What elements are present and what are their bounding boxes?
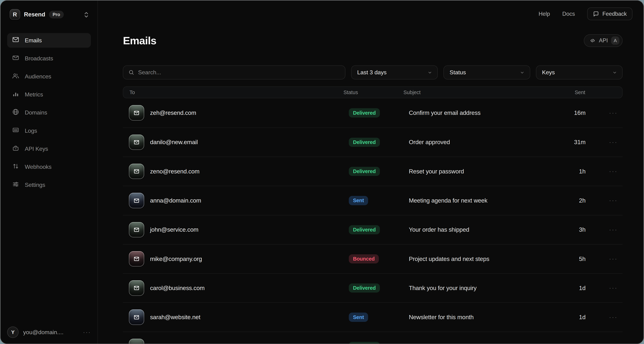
email-subject: Confirm your email address <box>409 110 561 116</box>
api-button[interactable]: API A <box>584 34 622 47</box>
email-subject: Project updates and next steps <box>409 256 561 262</box>
recipient-email: mike@company.org <box>150 256 202 262</box>
logs-icon <box>12 126 19 135</box>
sidebar-item-webhooks[interactable]: Webhooks <box>7 160 91 174</box>
sidebar-item-label: Domains <box>25 109 47 116</box>
api-button-label: API <box>599 37 608 44</box>
page-title: Emails <box>123 34 156 47</box>
row-menu-ellipsis-icon[interactable]: ··· <box>586 314 622 321</box>
email-subject: Newsletter for this month <box>409 314 561 320</box>
mail-icon <box>129 309 144 325</box>
sent-time: 1d <box>561 314 586 320</box>
keys-dropdown[interactable]: Keys <box>536 65 622 79</box>
help-link[interactable]: Help <box>539 11 550 17</box>
table-row[interactable]: mike@company.org Bounced Project updates… <box>123 244 622 273</box>
email-subject: Order approved <box>409 139 561 146</box>
code-icon <box>590 38 596 44</box>
recipient-email: anna@domain.com <box>150 197 201 204</box>
chevron-down-icon <box>520 70 525 75</box>
chat-bubble-icon <box>593 11 599 17</box>
workspace-switcher-icon[interactable] <box>83 11 90 19</box>
app-window: R Resend Pro Emails Broadcasts Audiences <box>0 0 644 344</box>
avatar: Y <box>7 326 18 338</box>
bar-chart-icon <box>12 90 19 99</box>
sidebar: R Resend Pro Emails Broadcasts Audiences <box>0 0 98 344</box>
email-subject: Meeting agenda for next week <box>409 197 561 204</box>
table-row[interactable]: anna@domain.com Sent Meeting agenda for … <box>123 186 622 215</box>
people-icon <box>12 72 19 81</box>
sidebar-item-logs[interactable]: Logs <box>7 124 91 138</box>
email-subject: Reset your password <box>409 168 561 175</box>
mail-icon <box>129 193 144 208</box>
sidebar-item-broadcasts[interactable]: Broadcasts <box>7 51 91 66</box>
sidebar-item-label: Metrics <box>25 91 43 98</box>
chevron-down-icon <box>612 70 618 75</box>
status-badge: Delivered <box>349 108 380 117</box>
workspace-name: Resend <box>24 11 45 18</box>
table-row[interactable]: carol@business.com Delivered Thank you f… <box>123 273 622 302</box>
sent-time: 1h <box>561 168 586 175</box>
row-menu-ellipsis-icon[interactable]: ··· <box>586 139 622 146</box>
keyboard-shortcut-badge: A <box>611 36 619 45</box>
status-badge: Delivered <box>349 167 380 176</box>
sidebar-item-label: Logs <box>25 128 37 134</box>
status-badge: Sent <box>349 312 368 322</box>
sidebar-item-metrics[interactable]: Metrics <box>7 87 91 102</box>
table-row[interactable]: sarah@website.net Sent Newsletter for th… <box>123 302 622 332</box>
table-row[interactable]: john@service.com Delivered Your order ha… <box>123 215 622 244</box>
broadcast-inbox-icon <box>12 54 19 63</box>
envelope-icon <box>12 36 19 45</box>
sidebar-item-label: API Keys <box>25 146 48 152</box>
docs-link[interactable]: Docs <box>562 11 575 17</box>
feedback-button[interactable]: Feedback <box>587 8 632 20</box>
email-subject: Thank you for your inquiry <box>409 285 561 292</box>
sidebar-item-settings[interactable]: Settings <box>7 178 91 192</box>
emails-table: To Status Subject Sent zeh@resend.com De… <box>123 86 622 344</box>
column-header-status: Status <box>344 90 404 96</box>
sliders-icon <box>12 180 19 189</box>
date-range-dropdown[interactable]: Last 3 days <box>351 65 438 79</box>
sidebar-nav: Emails Broadcasts Audiences Metrics Doma… <box>7 33 91 192</box>
row-menu-ellipsis-icon[interactable]: ··· <box>586 284 622 292</box>
row-menu-ellipsis-icon[interactable]: ··· <box>586 197 622 204</box>
sidebar-item-domains[interactable]: Domains <box>7 105 91 120</box>
row-menu-ellipsis-icon[interactable]: ··· <box>586 110 622 116</box>
page-header: Emails API A <box>123 34 622 47</box>
status-badge: Sent <box>349 196 368 205</box>
sent-time: 16m <box>561 110 586 116</box>
search-icon <box>128 69 134 76</box>
table-row-partial[interactable]: Delivered <box>123 332 622 344</box>
row-menu-ellipsis-icon[interactable]: ··· <box>586 168 622 175</box>
row-menu-ellipsis-icon[interactable]: ··· <box>586 256 622 262</box>
row-menu-ellipsis-icon[interactable]: ··· <box>586 226 622 233</box>
recipient-email: danilo@new.email <box>150 139 198 146</box>
status-dropdown[interactable]: Status <box>444 65 530 79</box>
user-menu[interactable]: Y you@domain.... ··· <box>7 326 91 338</box>
sent-time: 31m <box>561 139 586 146</box>
user-menu-ellipsis-icon[interactable]: ··· <box>83 330 91 334</box>
search-box <box>123 65 345 79</box>
sidebar-item-label: Emails <box>25 37 42 44</box>
filters-bar: Last 3 days Status Keys <box>123 65 622 79</box>
search-input[interactable] <box>138 69 340 76</box>
table-header: To Status Subject Sent <box>123 86 622 98</box>
avatar-initial: Y <box>11 329 14 335</box>
recipient-email: zeno@resend.com <box>150 168 200 175</box>
status-badge: Delivered <box>349 138 380 147</box>
globe-icon <box>12 108 19 117</box>
table-row[interactable]: zeh@resend.com Delivered Confirm your em… <box>123 98 622 127</box>
table-row[interactable]: danilo@new.email Delivered Order approve… <box>123 128 622 157</box>
sidebar-item-label: Audiences <box>25 73 51 80</box>
recipient-email: john@service.com <box>150 226 198 233</box>
resend-logo: R <box>10 9 20 20</box>
column-header-to: To <box>123 90 344 96</box>
workspace-brand[interactable]: R Resend Pro <box>0 0 98 20</box>
status-badge: Delivered <box>349 225 380 234</box>
topbar: Help Docs Feedback <box>539 8 632 20</box>
mail-icon <box>129 164 144 179</box>
sidebar-item-audiences[interactable]: Audiences <box>7 69 91 84</box>
sidebar-item-api-keys[interactable]: API Keys <box>7 142 91 156</box>
sidebar-item-emails[interactable]: Emails <box>7 33 91 48</box>
mail-icon <box>129 105 144 120</box>
table-row[interactable]: zeno@resend.com Delivered Reset your pas… <box>123 157 622 186</box>
